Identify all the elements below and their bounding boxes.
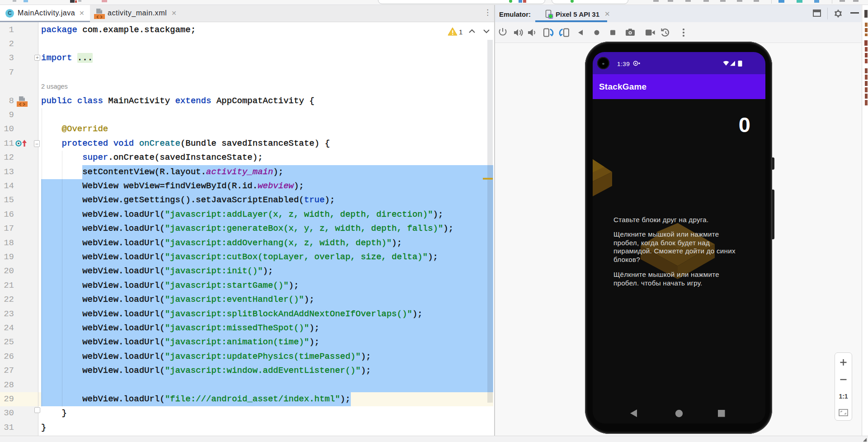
svg-text:1: 1	[459, 28, 462, 36]
svg-text:1:1: 1:1	[839, 393, 848, 400]
